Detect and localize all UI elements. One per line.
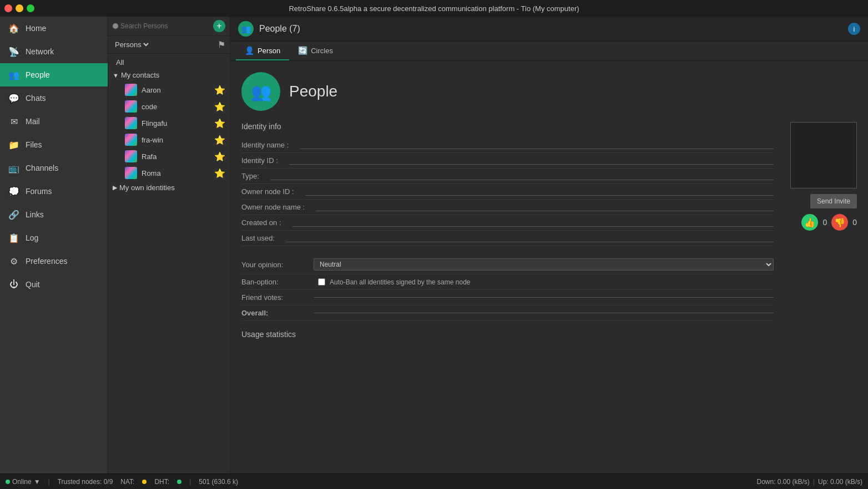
- star-badge-roma: ⭐: [214, 168, 225, 179]
- detail-body: Identity info Identity name : Identity I…: [241, 122, 857, 462]
- connections-count: 501 (630.6 k): [199, 478, 238, 486]
- sidebar-item-forums[interactable]: 💭 Forums: [0, 180, 108, 203]
- identity-id-value: [289, 156, 774, 165]
- chats-icon: 💬: [8, 92, 20, 104]
- people-top-icon: 👥: [238, 21, 254, 37]
- star-badge-rafa: ⭐: [214, 151, 225, 162]
- friend-votes-row: Friend votes:: [241, 290, 774, 305]
- overall-label: Overall:: [241, 309, 314, 317]
- opinion-select[interactable]: Neutral: [314, 258, 774, 271]
- sidebar: 🏠 Home 📡 Network 👥 People 💬 Chats ✉ Mail…: [0, 17, 108, 473]
- sidebar-item-mail[interactable]: ✉ Mail: [0, 110, 108, 133]
- sidebar-label-people: People: [26, 70, 50, 79]
- maximize-button[interactable]: [27, 4, 34, 12]
- sidebar-item-files[interactable]: 📁 Files: [0, 133, 108, 156]
- sidebar-label-links: Links: [26, 210, 44, 219]
- search-dot-icon: [113, 23, 118, 29]
- log-icon: 📋: [8, 232, 20, 244]
- people-big-title: People: [289, 83, 337, 100]
- sidebar-label-channels: Channels: [26, 164, 58, 172]
- online-status[interactable]: Online ▼: [6, 478, 41, 486]
- contact-item-aaron[interactable]: Aaron ⭐: [108, 81, 230, 98]
- contact-item-fra-win[interactable]: fra-win ⭐: [108, 131, 230, 148]
- forums-icon: 💭: [8, 185, 20, 197]
- persons-select[interactable]: Persons: [113, 40, 150, 49]
- detail-left: Identity info Identity name : Identity I…: [241, 122, 774, 462]
- ban-option-label: Ban-option:: [241, 278, 314, 286]
- my-contacts-group[interactable]: ▼ My contacts: [108, 69, 230, 81]
- titlebar: RetroShare 0.6.5alpha a secure decentral…: [0, 0, 868, 17]
- persons-header: Persons ⚑: [108, 36, 230, 54]
- like-button[interactable]: 👍: [801, 214, 818, 231]
- flag-button[interactable]: ⚑: [218, 39, 225, 50]
- contact-item-flingafu[interactable]: Flingafu ⭐: [108, 115, 230, 131]
- info-button[interactable]: i: [848, 23, 860, 35]
- identity-name-label: Identity name :: [241, 141, 289, 149]
- owner-node-name-value: [316, 203, 774, 211]
- ban-row: Ban-option: Auto-Ban all identities sign…: [241, 274, 774, 290]
- tree-view: All ▼ My contacts Aaron ⭐ code ⭐: [108, 54, 230, 473]
- sidebar-item-preferences[interactable]: ⚙ Preferences: [0, 249, 108, 273]
- send-invite-button[interactable]: Send Invite: [810, 194, 857, 208]
- sidebar-label-preferences: Preferences: [26, 257, 67, 266]
- sidebar-label-forums: Forums: [26, 187, 52, 196]
- sidebar-item-chats[interactable]: 💬 Chats: [0, 86, 108, 110]
- type-label: Type:: [241, 172, 259, 180]
- sidebar-label-home: Home: [26, 24, 46, 33]
- avatar-roma: [125, 167, 137, 179]
- contact-item-code[interactable]: code ⭐: [108, 98, 230, 115]
- ban-checkbox[interactable]: [318, 278, 325, 286]
- dht-dot: [177, 480, 181, 484]
- down-speed: Down: 0.00 (kB/s): [756, 478, 809, 486]
- sidebar-label-files: Files: [26, 140, 42, 149]
- sidebar-item-network[interactable]: 📡 Network: [0, 40, 108, 63]
- sidebar-item-home[interactable]: 🏠 Home: [0, 17, 108, 40]
- circles-tab-icon: 🔄: [298, 46, 307, 55]
- dislike-button[interactable]: 👎: [831, 214, 848, 231]
- identity-info-title: Identity info: [241, 122, 774, 131]
- tree-all-item[interactable]: All: [108, 56, 230, 69]
- identity-id-label: Identity ID :: [241, 156, 278, 165]
- minimize-button[interactable]: [16, 4, 23, 12]
- avatar-rafa: [125, 150, 137, 162]
- mail-icon: ✉: [8, 115, 20, 128]
- search-input[interactable]: [120, 22, 211, 30]
- sidebar-item-people[interactable]: 👥 People: [0, 63, 108, 86]
- created-on-value: [292, 218, 774, 227]
- contact-item-roma[interactable]: Roma ⭐: [108, 165, 230, 181]
- sidebar-item-links[interactable]: 🔗 Links: [0, 203, 108, 226]
- top-bar-title: People (7): [259, 24, 300, 34]
- window-controls[interactable]: [4, 4, 34, 12]
- dht-label: DHT:: [154, 478, 169, 486]
- network-icon: 📡: [8, 45, 20, 58]
- close-button[interactable]: [4, 4, 12, 12]
- status-bar: Online ▼ | Trusted nodes: 0/9 NAT: DHT: …: [0, 473, 868, 489]
- identity-name-value: [300, 141, 774, 149]
- last-used-label: Last used:: [241, 234, 275, 242]
- owner-node-id-label: Owner node ID :: [241, 187, 294, 196]
- sidebar-item-quit[interactable]: ⏻ Quit: [0, 273, 108, 296]
- person-tab-icon: 👤: [245, 46, 254, 55]
- online-dot: [6, 480, 10, 484]
- identity-image-placeholder: [790, 122, 857, 189]
- people-big-icon: 👥: [241, 72, 280, 111]
- ban-text: Auto-Ban all identities signed by the sa…: [330, 278, 471, 286]
- sidebar-item-log[interactable]: 📋 Log: [0, 226, 108, 249]
- tab-circles[interactable]: 🔄 Circles: [289, 42, 342, 60]
- star-badge-flingafu: ⭐: [214, 118, 225, 129]
- add-person-button[interactable]: +: [213, 20, 225, 32]
- owner-node-id-value: [305, 187, 774, 196]
- friend-votes-label: Friend votes:: [241, 293, 314, 302]
- sidebar-item-channels[interactable]: 📺 Channels: [0, 156, 108, 180]
- vote-area: 👍 0 👎 0: [801, 214, 857, 231]
- overall-row: Overall:: [241, 305, 774, 321]
- star-badge-fra-win: ⭐: [214, 135, 225, 145]
- up-speed: Up: 0.00 (kB/s): [818, 478, 862, 486]
- tab-person[interactable]: 👤 Person: [236, 42, 289, 60]
- search-bar: +: [108, 17, 230, 36]
- trusted-nodes: Trusted nodes: 0/9: [58, 478, 113, 486]
- my-own-identities-group[interactable]: ▶ My own identities: [108, 181, 230, 194]
- type-value: [270, 172, 774, 180]
- people-icon: 👥: [8, 69, 20, 81]
- contact-item-rafa[interactable]: Rafa ⭐: [108, 148, 230, 165]
